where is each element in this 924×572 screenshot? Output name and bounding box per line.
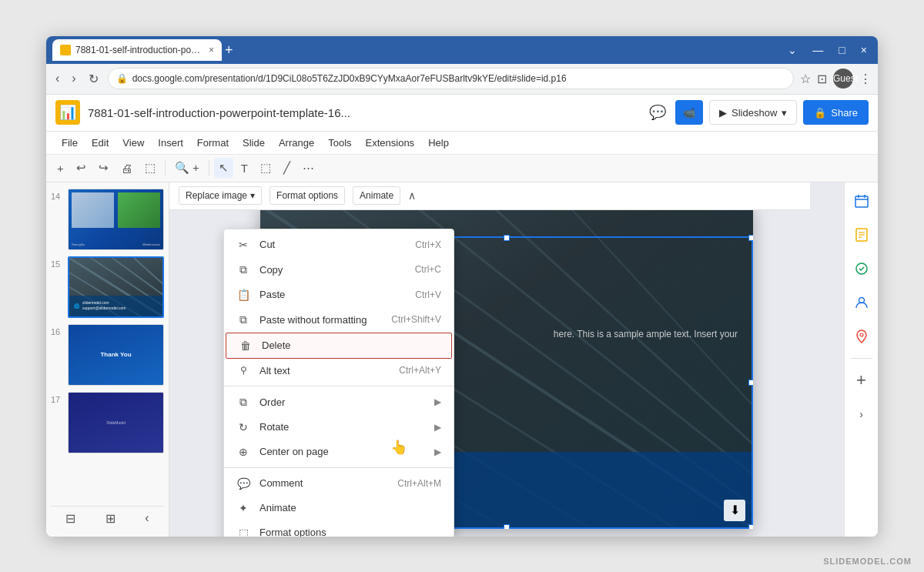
slide-thumb-14[interactable]: 14 Strengths Weaknesses [51, 189, 164, 250]
menu-icon[interactable]: ⋮ [859, 72, 872, 86]
animate-label: Animate [360, 190, 393, 201]
alt-text-icon: ⚲ [236, 365, 250, 376]
tab-favicon [60, 45, 71, 55]
back-button[interactable]: ‹ [52, 69, 62, 89]
meet-button[interactable]: 📹 [675, 100, 703, 125]
context-menu-copy[interactable]: ⧉ Copy Ctrl+C [224, 257, 454, 283]
cut-icon: ✂ [236, 239, 250, 251]
menu-tools[interactable]: Tools [322, 134, 357, 152]
shape-tool[interactable]: ⬚ [256, 158, 276, 178]
format-options-button[interactable]: Format options [270, 186, 345, 205]
svg-point-24 [860, 333, 863, 336]
toolbar-divider-2 [209, 160, 209, 176]
minimize-button[interactable]: — [808, 42, 828, 58]
menu-insert[interactable]: Insert [152, 134, 189, 152]
format-options-icon: ⬚ [236, 527, 250, 537]
alt-text-label: Alt text [259, 365, 390, 376]
slide-image-17: SlideModel [68, 392, 164, 453]
rotate-label: Rotate [259, 421, 425, 433]
profile-button[interactable]: Guest [833, 69, 853, 89]
menu-file[interactable]: File [55, 134, 84, 152]
sidebar-expand-button[interactable]: › [849, 402, 874, 426]
menu-extensions[interactable]: Extensions [360, 134, 421, 152]
zoom-button[interactable]: 🔍 + [170, 158, 204, 178]
close-button[interactable]: × [856, 42, 872, 58]
new-tab-button[interactable]: + [225, 43, 233, 57]
sidebar-tasks-icon[interactable] [849, 256, 874, 281]
collapse-panel-button[interactable]: ‹ [145, 511, 149, 525]
comment-label: Comment [259, 477, 388, 489]
header-actions: 💬 📹 ▶ Slideshow ▾ 🔒 Share [646, 100, 869, 125]
context-menu-paste-no-format[interactable]: ⧉ Paste without formatting Ctrl+Shift+V [224, 307, 454, 333]
right-sidebar: + › [844, 182, 878, 537]
context-menu-alt-text[interactable]: ⚲ Alt text Ctrl+Alt+Y [224, 359, 454, 383]
animate-button[interactable]: Animate [353, 186, 400, 205]
tab-close-button[interactable]: × [209, 45, 214, 55]
active-tab[interactable]: 7881-01-self-introduction-powe... × [52, 39, 222, 61]
delete-label: Delete [262, 340, 439, 351]
comment-icon-button[interactable]: 💬 [646, 101, 669, 124]
slide-number-17: 17 [51, 392, 65, 404]
undo-button[interactable]: ↩ [72, 158, 91, 178]
cursor-tool[interactable]: ↖ [214, 158, 233, 178]
menu-arrange[interactable]: Arrange [273, 134, 320, 152]
slide-image-15: 🌐 slidemodel.comsupport@slidemodel.com [68, 256, 164, 318]
context-menu-order[interactable]: ⧉ Order ▶ [224, 390, 454, 415]
capture-icon[interactable]: ⊡ [817, 72, 827, 86]
share-button[interactable]: 🔒 Share [803, 100, 869, 125]
reload-button[interactable]: ↻ [85, 69, 102, 89]
context-menu-delete[interactable]: 🗑 Delete [226, 333, 452, 359]
slide-thumb-15[interactable]: 15 🌐 slidemodel.comsup [51, 256, 164, 318]
paint-format-button[interactable]: ⬚ [140, 158, 160, 178]
context-menu-rotate[interactable]: ↻ Rotate ▶ [224, 415, 454, 440]
menu-edit[interactable]: Edit [85, 134, 115, 152]
menu-slide[interactable]: Slide [236, 134, 271, 152]
context-menu-comment[interactable]: 💬 Comment Ctrl+Alt+M [224, 471, 454, 496]
replace-image-button[interactable]: Replace image ▾ [179, 186, 262, 205]
slide-thumb-17[interactable]: 17 SlideModel [51, 392, 164, 453]
sidebar-plus-button[interactable]: + [849, 368, 874, 393]
menu-format[interactable]: Format [191, 134, 235, 152]
slide-canvas: Replace image ▾ Format options Animate ∧ [169, 182, 844, 537]
sidebar-notes-icon[interactable] [849, 222, 874, 247]
order-label: Order [259, 396, 425, 408]
context-menu-animate[interactable]: ✦ Animate [224, 496, 454, 520]
url-text: docs.google.com/presentation/d/1D9CiL08o… [132, 73, 785, 84]
context-menu-divider-2 [224, 467, 454, 468]
more-tools[interactable]: ⋯ [298, 158, 319, 178]
sidebar-contacts-icon[interactable] [849, 290, 874, 315]
sidebar-calendar-icon[interactable] [849, 189, 874, 213]
forward-button[interactable]: › [69, 69, 79, 89]
url-bar[interactable]: 🔒 docs.google.com/presentation/d/1D9CiL0… [108, 68, 794, 89]
context-menu-center[interactable]: ⊕ Center on page ▶ [224, 440, 454, 464]
svg-line-9 [491, 206, 753, 444]
logo-icon: 📊 [59, 104, 76, 121]
insert-button[interactable]: + [52, 159, 69, 178]
slide-text-overlay: here. This is a sample ample text. Inser… [554, 329, 738, 340]
line-tool[interactable]: ╱ [279, 158, 295, 178]
maximize-button[interactable]: □ [834, 42, 849, 58]
download-icon[interactable]: ⬇ [724, 500, 745, 521]
menu-help[interactable]: Help [422, 134, 455, 152]
tab-title: 7881-01-self-introduction-powe... [75, 45, 204, 55]
redo-button[interactable]: ↪ [94, 158, 113, 178]
context-menu-divider-1 [224, 386, 454, 386]
slideshow-button[interactable]: ▶ Slideshow ▾ [709, 100, 797, 125]
paste-label: Paste [259, 289, 406, 300]
bookmark-icon[interactable]: ☆ [800, 72, 811, 86]
share-label: Share [831, 107, 858, 119]
menu-view[interactable]: View [116, 134, 150, 152]
text-tool[interactable]: T [236, 159, 253, 178]
print-button[interactable]: 🖨 [116, 159, 137, 178]
context-menu-paste[interactable]: 📋 Paste Ctrl+V [224, 283, 454, 307]
context-menu-format-options[interactable]: ⬚ Format options [224, 520, 454, 537]
list-view-button[interactable]: ⊟ [65, 511, 75, 526]
tab-bar: 7881-01-self-introduction-powe... × + [52, 39, 780, 61]
format-options-ctx-label: Format options [259, 527, 441, 537]
sidebar-maps-icon[interactable] [849, 324, 874, 349]
grid-view-button[interactable]: ⊞ [105, 511, 116, 526]
slide-thumb-16[interactable]: 16 Thank You [51, 324, 164, 386]
rotate-arrow: ▶ [434, 422, 441, 433]
context-menu-cut[interactable]: ✂ Cut Ctrl+X [224, 232, 454, 257]
collapse-format-button[interactable]: ∧ [408, 189, 416, 202]
